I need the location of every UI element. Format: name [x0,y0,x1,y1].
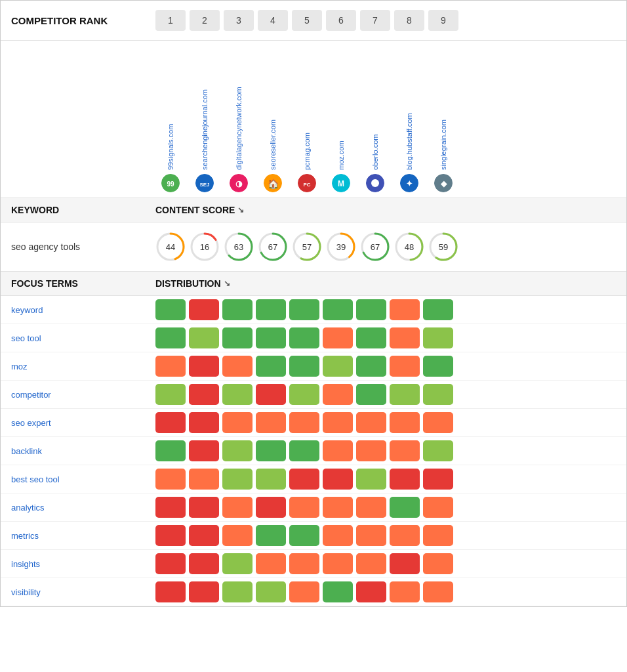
domains-list: 99signals.com99searchenginejournal.comSE… [155,52,458,192]
score-circle-7: 48 [394,232,424,262]
focus-term-row-2: moz [1,352,626,381]
dist-cell-2-0 [155,356,186,377]
score-value-5: 39 [336,242,346,252]
focus-term-row-1: seo tool [1,324,626,352]
score-value-1: 16 [200,242,209,252]
dist-cell-9-4 [289,553,319,574]
dist-cell-2-4 [289,356,319,377]
dist-cell-1-6 [356,327,386,348]
distribution-cells-10 [155,581,453,602]
dist-cell-1-7 [390,327,420,348]
focus-term-name-8: metrics [11,531,155,541]
dist-cell-8-4 [289,525,319,546]
domain-icon-6 [366,174,384,192]
domain-item-2: digitalagencynetwork.com◑ [224,52,254,192]
keyword-row: seo agency tools 44 16 63 67 [1,222,626,272]
distribution-sort-icon[interactable]: ↘ [224,279,230,288]
dist-cell-3-7 [390,384,420,405]
domain-icon-1: SEJ [195,174,214,192]
svg-text:PC: PC [303,182,310,188]
svg-text:✦: ✦ [406,179,413,188]
focus-term-name-9: insights [11,559,155,569]
domains-section: 99signals.com99searchenginejournal.comSE… [1,41,626,198]
dist-cell-8-7 [390,525,420,546]
domain-item-0: 99signals.com99 [155,52,186,192]
svg-text:99: 99 [167,180,174,188]
dist-cell-10-8 [423,581,453,602]
dist-cell-5-5 [323,440,353,461]
dist-cell-3-1 [189,384,219,405]
domain-name-3: seoreseller.com [269,52,277,170]
dist-cell-7-6 [356,497,386,518]
focus-term-name-2: moz [11,362,155,371]
dist-cell-5-2 [222,440,253,461]
focus-terms-column-label: FOCUS TERMS [11,278,116,289]
distribution-cells-3 [155,384,453,405]
svg-text:◑: ◑ [235,179,243,188]
dist-cell-0-8 [423,299,453,320]
dist-cell-6-2 [222,469,253,490]
dist-cell-9-2 [222,553,253,574]
distribution-cells-1 [155,327,453,348]
domain-name-8: singlegrain.com [439,52,447,170]
focus-term-name-10: visibility [11,587,155,597]
dist-cell-10-0 [155,581,186,602]
rank-number-4: 4 [258,10,288,31]
dist-cell-8-6 [356,525,386,546]
dist-cell-3-2 [222,384,253,405]
focus-term-name-3: competitor [11,390,155,400]
dist-cell-2-8 [423,356,453,377]
dist-cell-4-8 [423,412,453,433]
domain-item-8: singlegrain.com◆ [428,52,458,192]
content-score-sort-icon[interactable]: ↘ [237,205,244,215]
dist-cell-8-1 [189,525,219,546]
domain-name-4: pcmag.com [303,52,311,170]
focus-term-row-3: competitor [1,381,626,409]
svg-text:🏠: 🏠 [268,178,279,190]
dist-cell-2-7 [390,356,420,377]
score-value-8: 59 [439,242,448,252]
dist-cell-1-8 [423,327,453,348]
domain-icon-3: 🏠 [264,174,282,192]
domain-icon-7: ✦ [400,174,418,192]
domain-item-4: pcmag.comPC [292,52,322,192]
dist-cell-2-6 [356,356,386,377]
dist-cell-0-1 [189,299,219,320]
distribution-cells-4 [155,412,453,433]
dist-cell-8-3 [256,525,286,546]
score-value-6: 67 [371,242,380,252]
score-circle-3: 67 [258,232,288,262]
dist-cell-1-0 [155,327,186,348]
dist-cell-0-5 [323,299,353,320]
dist-cell-4-6 [356,412,386,433]
dist-cell-8-8 [423,525,453,546]
dist-cell-2-5 [323,356,353,377]
domain-item-7: blog.hubstaff.com✦ [394,52,424,192]
focus-term-name-0: keyword [11,305,155,315]
rank-number-9: 9 [428,10,458,31]
domain-icon-2: ◑ [230,174,248,192]
focus-term-row-9: insights [1,550,626,578]
svg-point-13 [371,179,379,187]
focus-terms-header: FOCUS TERMS DISTRIBUTION ↘ [1,272,626,296]
focus-term-name-1: seo tool [11,333,155,343]
score-circle-4: 57 [292,232,322,262]
dist-cell-1-4 [289,327,319,348]
dist-cell-4-5 [323,412,353,433]
domain-icon-8: ◆ [434,174,453,192]
domain-item-5: moz.comM [326,52,356,192]
score-circle-5: 39 [326,232,356,262]
rank-number-5: 5 [292,10,322,31]
dist-cell-4-2 [222,412,253,433]
dist-cell-5-8 [423,440,453,461]
competitor-rank-label: COMPETITOR RANK [11,15,155,26]
dist-cell-10-7 [390,581,420,602]
score-circle-1: 16 [190,232,220,262]
dist-cell-9-3 [256,553,286,574]
focus-term-name-4: seo expert [11,418,155,428]
dist-cell-0-4 [289,299,319,320]
dist-cell-10-1 [189,581,219,602]
svg-text:◆: ◆ [440,179,447,188]
domain-name-6: oberlo.com [371,52,379,170]
domain-icon-5: M [332,174,350,192]
